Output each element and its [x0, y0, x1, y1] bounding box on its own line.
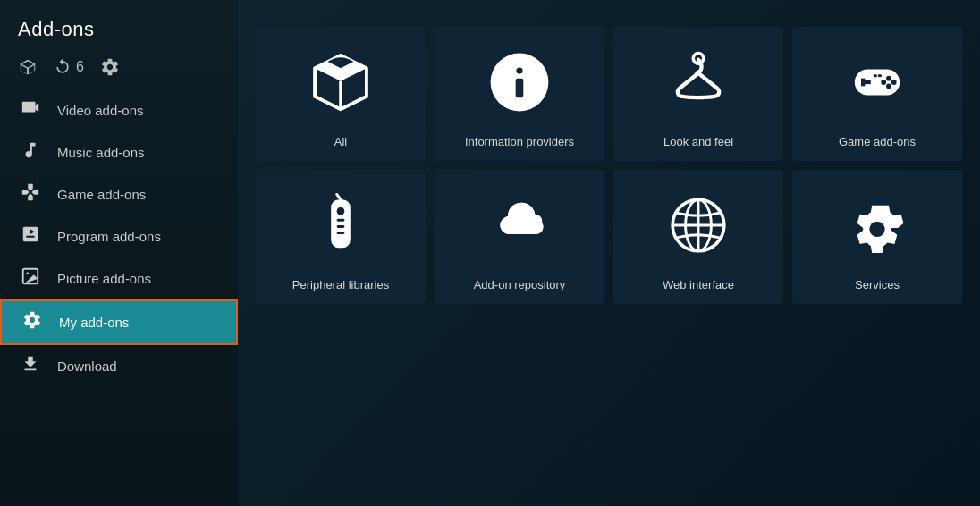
- info-icon: [487, 38, 552, 126]
- my-addons-icon: [20, 310, 45, 334]
- svg-rect-18: [878, 74, 882, 77]
- update-icon[interactable]: 6: [54, 58, 84, 76]
- svg-rect-22: [337, 225, 345, 228]
- grid-label-addon-repo: Add-on repository: [474, 278, 566, 291]
- grid-label-look-feel: Look and feel: [663, 135, 733, 148]
- picture-icon: [18, 266, 43, 291]
- svg-point-14: [891, 80, 897, 85]
- grid-label-services: Services: [855, 278, 900, 291]
- svg-line-24: [337, 194, 341, 199]
- box-icon: [308, 38, 373, 126]
- grid-item-all[interactable]: All: [256, 27, 426, 161]
- grid-label-game-addons: Game add-ons: [839, 135, 916, 148]
- svg-point-16: [886, 83, 891, 89]
- grid-label-peripheral-libs: Peripheral libraries: [292, 278, 389, 291]
- sidebar-item-picture-addons[interactable]: Picture add-ons: [0, 257, 238, 299]
- settings-icon[interactable]: [100, 57, 120, 77]
- grid-item-services[interactable]: Services: [792, 170, 962, 304]
- svg-rect-19: [331, 199, 351, 248]
- svg-point-7: [516, 67, 522, 73]
- main-content: All Information providers: [238, 0, 980, 506]
- gear-icon: [845, 181, 909, 269]
- svg-rect-21: [337, 218, 345, 221]
- cloud-icon: [487, 181, 552, 269]
- grid-label-all: All: [334, 135, 347, 148]
- grid-item-game-addons[interactable]: Game add-ons: [792, 27, 962, 161]
- sidebar-item-video-addons[interactable]: Video add-ons: [0, 89, 238, 131]
- look-feel-icon: [666, 38, 731, 126]
- grid-item-look-feel[interactable]: Look and feel: [613, 27, 783, 161]
- download-icon: [18, 354, 43, 378]
- program-icon: [18, 224, 43, 249]
- grid-item-info-providers[interactable]: Information providers: [435, 27, 604, 161]
- music-icon: [18, 140, 43, 164]
- page-title: Add-ons: [0, 9, 238, 48]
- svg-rect-0: [22, 102, 36, 113]
- sidebar-item-download[interactable]: Download: [0, 345, 238, 387]
- svg-point-15: [881, 80, 886, 85]
- svg-point-29: [869, 221, 884, 236]
- sidebar: Add-ons 6: [0, 0, 238, 506]
- sidebar-label-program-addons: Program add-ons: [57, 229, 161, 244]
- svg-rect-8: [516, 78, 524, 97]
- sidebar-label-my-addons: My add-ons: [59, 315, 129, 330]
- sidebar-item-program-addons[interactable]: Program add-ons: [0, 215, 238, 257]
- sidebar-toolbar: 6: [0, 48, 238, 89]
- svg-marker-1: [36, 104, 39, 112]
- sidebar-label-game-addons: Game add-ons: [57, 187, 146, 202]
- sidebar-nav: Video add-ons Music add-ons Game add-ons: [0, 89, 238, 506]
- game-nav-icon: [18, 182, 43, 207]
- addon-grid: All Information providers: [256, 27, 962, 304]
- svg-rect-12: [861, 78, 865, 86]
- svg-point-20: [337, 207, 345, 215]
- svg-point-13: [886, 75, 891, 80]
- addons-package-icon[interactable]: [18, 57, 38, 77]
- sidebar-label-download: Download: [57, 358, 117, 374]
- sidebar-item-my-addons[interactable]: My add-ons: [0, 299, 238, 345]
- remote-icon: [308, 181, 373, 269]
- sidebar-label-video-addons: Video add-ons: [57, 103, 143, 118]
- gamepad-icon: [845, 38, 909, 126]
- svg-rect-17: [874, 74, 877, 77]
- globe-icon: [666, 181, 731, 269]
- grid-label-web-interface: Web interface: [663, 278, 734, 291]
- svg-rect-23: [337, 232, 345, 234]
- svg-point-3: [26, 272, 29, 274]
- grid-label-info-providers: Information providers: [465, 135, 574, 148]
- grid-item-peripheral-libs[interactable]: Peripheral libraries: [256, 170, 426, 304]
- grid-item-addon-repo[interactable]: Add-on repository: [435, 170, 604, 304]
- video-icon: [18, 98, 43, 122]
- sidebar-item-game-addons[interactable]: Game add-ons: [0, 173, 238, 215]
- update-count: 6: [76, 59, 84, 75]
- sidebar-label-music-addons: Music add-ons: [57, 145, 145, 160]
- sidebar-item-music-addons[interactable]: Music add-ons: [0, 131, 238, 173]
- grid-item-web-interface[interactable]: Web interface: [613, 170, 783, 304]
- sidebar-label-picture-addons: Picture add-ons: [57, 271, 151, 286]
